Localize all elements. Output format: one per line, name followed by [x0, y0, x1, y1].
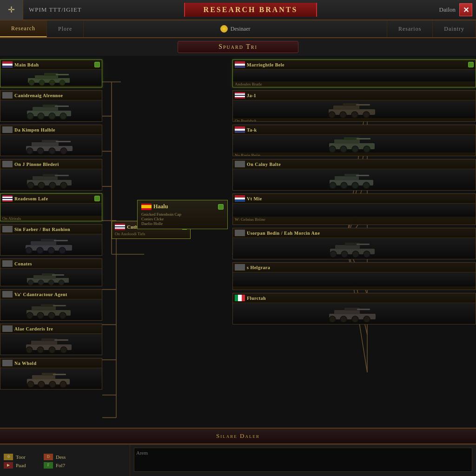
svg-rect-66 — [52, 274, 64, 276]
svg-point-61 — [48, 247, 54, 254]
flag-icon — [235, 230, 245, 236]
list-item[interactable]: Na Whold — [0, 358, 102, 390]
tank-icon — [23, 102, 79, 120]
hub-tech-node[interactable]: Haalu Gnicked Fntenboin Cap Conies Clcke… — [137, 200, 228, 229]
status-icon-4: F — [44, 462, 53, 469]
svg-point-69 — [48, 280, 54, 285]
svg-rect-112 — [335, 176, 359, 180]
list-item[interactable]: Flurctah — [232, 293, 476, 324]
svg-rect-130 — [357, 309, 370, 310]
list-item[interactable]: Readesom Lafe On Alrirals — [0, 193, 102, 221]
svg-rect-73 — [41, 304, 55, 307]
list-item[interactable]: Usorpan Bedin / Eah Morcin Ane — [232, 228, 476, 259]
tech-name: Va' Cdantractour Agent — [14, 292, 100, 297]
tech-name: Alae Carderis Ire — [14, 326, 100, 331]
flag-th-icon — [115, 224, 125, 230]
tech-name: Marrioghtle Bele — [247, 62, 466, 67]
svg-rect-41 — [42, 140, 58, 143]
list-item[interactable]: Canidrenaig Alrennoe — [0, 90, 102, 122]
tab-research[interactable]: Research — [0, 20, 47, 37]
list-item[interactable]: Sin Faeber / But Raohion — [0, 224, 102, 256]
list-item[interactable]: Marrioghtle Bele Andoules Bratle — [232, 60, 476, 87]
hub-detail-2: Conies Clcke — [141, 217, 224, 221]
status-label-paad: Paad — [16, 463, 34, 468]
list-item[interactable]: Main Bdah Crilsging Nationls — [0, 60, 102, 87]
tank-icon — [23, 336, 79, 353]
svg-point-116 — [341, 182, 347, 189]
tank-icon — [23, 171, 79, 189]
list-item[interactable]: On Calny Balte — [232, 159, 476, 191]
svg-point-28 — [39, 80, 45, 86]
svg-rect-98 — [356, 104, 370, 106]
svg-point-83 — [26, 347, 33, 353]
list-item[interactable]: s Helgrara — [232, 262, 476, 290]
svg-point-126 — [364, 251, 370, 258]
tank-icon — [326, 240, 382, 258]
tab-resarios[interactable]: Resarios — [387, 20, 433, 37]
status-item: F Fol7 — [44, 462, 74, 469]
svg-rect-114 — [356, 175, 369, 176]
status-label-dess: Dess — [56, 454, 74, 460]
center-column: CnthuishDaelle On Auoloodi Tirls Haalu G… — [102, 56, 232, 428]
tech-subtext: Andoules Bratle — [233, 81, 476, 87]
tab-plore[interactable]: Plore — [47, 20, 84, 37]
svg-rect-64 — [33, 275, 56, 279]
svg-rect-88 — [32, 375, 55, 379]
svg-point-123 — [330, 251, 337, 258]
svg-point-86 — [60, 347, 67, 353]
tech-name: Sin Faeber / But Raohion — [14, 227, 100, 232]
svg-rect-26 — [56, 74, 69, 75]
svg-point-94 — [60, 381, 66, 388]
svg-point-131 — [329, 316, 336, 323]
tech-subtext: On Alrirals — [0, 216, 102, 221]
svg-rect-42 — [56, 141, 71, 142]
svg-point-67 — [28, 280, 33, 285]
svg-point-38 — [60, 113, 66, 119]
svg-point-107 — [329, 146, 336, 152]
flag-th-icon — [2, 195, 13, 202]
tech-name: Na Whold — [14, 361, 100, 366]
tab-desinaer[interactable]: Desinaer — [84, 20, 387, 37]
svg-point-75 — [26, 312, 33, 319]
close-button[interactable]: ✕ — [459, 3, 472, 16]
list-item[interactable]: Conates — [0, 258, 102, 286]
tech-name: Flurctah — [247, 296, 474, 301]
svg-point-100 — [340, 112, 346, 118]
svg-point-124 — [341, 251, 348, 258]
tech-subtext: Crilsging Nationls — [0, 86, 102, 87]
notes-input[interactable] — [134, 448, 472, 472]
tab-daintry[interactable]: Daintry — [433, 20, 476, 37]
tech-subtext: On Puefabck — [233, 118, 476, 121]
svg-point-45 — [49, 148, 55, 154]
tech-name: s Helgrara — [247, 265, 474, 270]
svg-point-133 — [352, 316, 358, 323]
svg-point-115 — [330, 182, 336, 189]
tank-icon — [23, 70, 79, 86]
svg-point-53 — [49, 182, 56, 189]
hub-node-name: Haalu — [153, 203, 168, 210]
svg-point-37 — [49, 113, 55, 119]
tank-icon — [23, 270, 79, 285]
tank-icon — [326, 100, 382, 118]
status-item: ⚙ Toor — [4, 454, 34, 460]
top-bar-center-title: RESEARCH BRANTS — [184, 3, 317, 17]
svg-rect-74 — [53, 305, 66, 306]
list-item[interactable]: On J Pinone Blederi — [0, 159, 102, 191]
tech-subtext: W: Gelnius Briine — [233, 217, 476, 222]
list-item[interactable]: Ta-k No Rasie Beiin — [232, 125, 476, 156]
list-item[interactable]: Da Kimpen Halble — [0, 125, 102, 156]
tech-name: Da Kimpen Halble — [14, 127, 100, 132]
status-label-fol7: Fol7 — [56, 463, 74, 468]
tank-icon — [326, 305, 382, 323]
list-item[interactable]: Vt Mie W: Gelnius Briine — [232, 193, 476, 225]
svg-point-109 — [352, 146, 358, 152]
flag-us-icon — [235, 61, 245, 68]
list-item[interactable]: Alae Carderis Ire — [0, 324, 102, 355]
status-icon-2: ▶ — [4, 462, 13, 469]
svg-point-85 — [49, 347, 55, 353]
svg-point-76 — [37, 312, 44, 319]
list-item[interactable]: Ja-1 On Puefabck — [232, 90, 476, 122]
list-item[interactable]: Va' Cdantractour Agent — [0, 289, 102, 321]
svg-rect-56 — [31, 241, 56, 245]
bottom-bar: Silare Daler — [0, 428, 476, 444]
